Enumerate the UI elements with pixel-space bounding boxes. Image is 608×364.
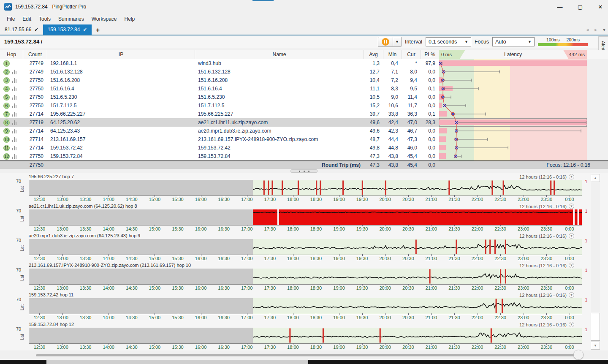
scrollbar-thumb[interactable] [591,313,600,341]
close-button[interactable]: ✕ [596,4,605,10]
table-row[interactable]: 82771964.125.20.62ae21.cr1.lhr11.uk.zip.… [0,118,587,127]
new-tab-button[interactable]: + [92,24,104,35]
hop-graph-icon[interactable] [12,103,16,108]
timeline-plot[interactable]: 1 [29,209,582,225]
x-tick-label: 22:00 [472,345,483,350]
focus-range-label: Focus: 12:16 - 0:16 [439,161,608,169]
x-tick-label: 22:00 [472,197,483,202]
header-avg[interactable]: Avg [364,50,383,59]
cell-count: 27719 [23,118,47,127]
x-tick-label: 12:30 [34,315,46,320]
hop-graph-icon[interactable] [12,78,16,83]
menu-item-edit[interactable]: Edit [19,16,35,22]
target-tab-81.17.55.66[interactable]: 81.17.55.66✔ [0,24,43,35]
header-min[interactable]: Min [383,50,402,59]
timeline-range-control[interactable]: 12 hours (12:16 - 0:16)▼ [519,174,574,179]
alert-count-marker: 1 [585,298,587,302]
hop-graph-icon[interactable] [12,95,16,100]
menu-item-file[interactable]: File [3,16,19,22]
timeline-scrollbar[interactable]: ▲ ▼ [591,174,600,350]
x-tick-label: 20:00 [379,226,391,231]
timeline-panel-hop-7: 195.66.225.227 hop 712 hours (12:16 - 0:… [0,173,608,203]
x-tick-label: 19:00 [333,256,345,261]
table-row[interactable]: 1027714213.161.69.157213.161.69.157.IPYX… [0,135,587,144]
pause-button[interactable] [378,37,393,47]
x-tick-label: 15:00 [149,197,161,202]
x-tick-label: 20:30 [402,226,414,231]
slider-knob[interactable] [573,350,584,360]
table-row[interactable]: 327750151.6.16.208151.6.16.20810,47,29,4… [0,76,587,84]
packet-loss-bar [439,94,444,100]
timeline-plot[interactable]: 1 [29,298,582,314]
cell-ip: 213.161.69.157 [47,135,195,144]
header-hop[interactable]: Hop [0,50,23,59]
x-tick-label: 16:00 [195,285,207,291]
table-row[interactable]: 1227750159.153.72.84159.153.72.8447,343,… [0,152,587,160]
header-name[interactable]: Name [195,50,364,59]
menu-item-summaries[interactable]: Summaries [54,16,88,22]
hop-graph-icon[interactable] [12,146,16,150]
header-pl[interactable]: PL% [421,50,439,59]
table-row[interactable]: 727714195.66.225.227195.66.225.22739,733… [0,110,587,118]
hop-graph-icon[interactable] [12,137,16,142]
timeline-hop-label: 213.161.69.157.IPYX-248918-900-ZYO.zip.z… [29,263,191,268]
target-tab-159.153.72.84[interactable]: 159.153.72.84✔ [43,24,92,35]
round-trip-row: 27750 Round Trip (ms) 47,3 43,8 45,4 0,0… [0,160,608,169]
y-axis-label: Lat [19,301,25,314]
hop-graph-icon[interactable] [12,87,16,91]
header-count[interactable]: Count [23,50,47,59]
header-ip[interactable]: IP [47,50,195,59]
scroll-down-icon[interactable]: ▼ [591,342,600,350]
timeline-plot[interactable]: 1 [29,269,582,285]
hop-graph-icon[interactable] [12,112,16,117]
hop-graph-icon[interactable] [12,120,16,125]
tab-scroll-right-icon[interactable]: ► [594,27,598,32]
timeline-range-control[interactable]: 12 hours (12:16 - 0:16)▼ [519,263,574,268]
cell-count: 27749 [23,68,47,76]
hop-graph-icon[interactable] [12,70,16,74]
timeline-range-control[interactable]: 12 hours (12:16 - 0:16)▼ [519,233,574,239]
table-row[interactable]: 227749151.6.132.128151.6.132.12812,77,18… [0,68,587,76]
menu-item-workspace[interactable]: Workspace [88,16,121,22]
cell-name: wind3.hub [195,59,364,68]
menu-item-tools[interactable]: Tools [35,16,54,22]
y-axis-label: Lat [19,271,25,285]
scroll-up-icon[interactable]: ▲ [591,174,600,182]
timeline-range-control[interactable]: 12 hours (12:16 - 0:16)▼ [519,292,574,298]
timeline-plot[interactable]: 1 [29,239,582,255]
menu-item-help[interactable]: Help [121,16,139,22]
cell-name: 151.7.112.5 [195,101,364,110]
alert-count-marker: 1 [585,209,587,214]
x-tick-label: 21:00 [426,197,437,202]
maximize-button[interactable]: ▢ [576,4,584,10]
alert-count-marker: 1 [585,179,587,184]
table-row[interactable]: 127749192.168.1.1wind3.hub1,30,4*97,9 [0,59,587,68]
hop-number-badge: 8 [3,120,10,126]
timeline-range-control[interactable]: 12 hours (12:16 - 0:16)▼ [519,204,574,209]
timeline-range-control[interactable]: 12 hours (12:16 - 0:16)▼ [519,322,574,327]
focus-select[interactable]: Auto ▼ [492,37,535,46]
pause-dropdown-button[interactable]: ▼ [393,37,402,47]
timeline-range-label: 12 hours (12:16 - 0:16) [519,293,567,298]
table-row[interactable]: 427750151.6.16.4151.6.16.411,18,39,50,1 [0,84,587,93]
tab-menu-icon[interactable]: ▼ [602,27,606,32]
minimize-button[interactable]: — [556,4,564,10]
cell-pl: 0,0 [421,135,439,144]
table-row[interactable]: 92771464.125.23.43ae20.mpr1.dub3.ie.zip.… [0,127,587,135]
table-row[interactable]: 527750151.6.5.230151.6.5.23010,59,011,40… [0,93,587,101]
latency-color-legend: 100ms 200ms [538,37,588,46]
slider-track[interactable] [36,354,578,356]
table-row[interactable]: 627750151.7.112.5151.7.112.515,210,611,7… [0,101,587,110]
tab-scroll-left-icon[interactable]: ◄ [585,27,589,32]
hop-graph-icon[interactable] [12,129,16,133]
timeline-plot[interactable]: 1 [29,180,582,196]
interval-select[interactable]: 0,1 seconds ▼ [426,37,471,46]
pane-splitter[interactable] [0,169,608,173]
legend-200ms-label: 200ms [567,37,580,42]
table-row[interactable]: 1127714159.153.72.42159.153.72.4249,844,… [0,144,587,152]
hop-graph-icon[interactable] [12,154,16,159]
header-cur[interactable]: Cur [402,50,421,59]
timeline-range-label: 12 hours (12:16 - 0:16) [519,263,567,268]
timeline-plot[interactable]: 1 [29,328,582,344]
x-tick-label: 23:30 [541,315,553,320]
